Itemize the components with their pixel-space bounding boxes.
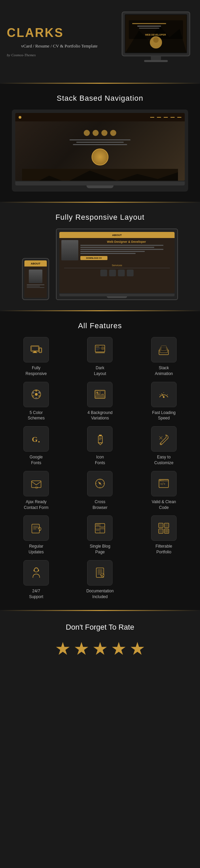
feature-stack-animation: StackAnimation — [135, 337, 193, 377]
star-5: ★ — [129, 638, 145, 659]
speed-icon — [157, 388, 171, 401]
nav-icon-4 — [171, 117, 175, 118]
feature-customize: Easy toCustomize — [135, 426, 193, 466]
google-fonts-icon: G — [29, 432, 43, 446]
portfolio-icon — [157, 521, 171, 535]
feature-label-dark: DarkLayout — [94, 365, 106, 377]
svg-rect-57 — [98, 436, 102, 443]
hero-subtitle: vCard / Resume / CV & Portfolio Template — [7, 43, 112, 50]
mail-icon — [29, 477, 43, 490]
feature-icon-box-portfolio — [151, 515, 177, 541]
blog-icon — [93, 521, 107, 535]
customize-icon — [157, 432, 171, 446]
svg-rect-9 — [139, 28, 159, 28]
hero-monitor: WEB DEVELOPER — [119, 10, 193, 73]
feature-label-iconfont: IconFonts — [95, 454, 105, 466]
svg-rect-17 — [34, 351, 36, 352]
laptop-line-5 — [80, 253, 136, 254]
svg-point-40 — [32, 392, 34, 394]
laptop-stand — [86, 185, 114, 188]
feature-label-ajax: Ajax ReadyContact Form — [24, 499, 48, 511]
social-gp — [110, 130, 116, 136]
stars-container: ★ ★ ★ ★ ★ — [7, 638, 193, 659]
laptop-dev-title: Web Designer & Developer — [80, 240, 173, 243]
nav-icon-5 — [177, 117, 181, 118]
feature-google-fonts: G GoogleFonts — [7, 426, 65, 466]
nav-icon-1 — [150, 117, 154, 118]
feature-label-stack: StackAnimation — [155, 365, 173, 377]
nav-screen-inner — [15, 113, 185, 181]
svg-rect-15 — [31, 346, 39, 351]
svg-rect-18 — [33, 352, 37, 353]
laptop-text-block: Web Designer & Developer DOWNLOAD CV — [80, 240, 173, 260]
compass-icon — [93, 477, 107, 490]
feature-icon-box-blog — [87, 515, 113, 541]
social-fb — [84, 130, 90, 136]
svg-text:G: G — [32, 435, 38, 443]
laptop-download-label: DOWNLOAD CV — [86, 257, 102, 259]
nav-section: Stack Based Navigation — [0, 84, 200, 202]
features-section-title: All Features — [7, 321, 193, 330]
svg-rect-90 — [96, 524, 99, 526]
responsive-section: Fully Responsive Layout ABOUT ABOUT — [0, 203, 200, 310]
laptop-line-3 — [80, 249, 163, 250]
service-icon-4 — [127, 270, 134, 276]
phone-portrait — [29, 270, 42, 283]
laptop-about-label: ABOUT — [112, 234, 122, 237]
feature-icon-fonts: IconFonts — [71, 426, 129, 466]
hero-author: by Cosmos-Themes — [7, 53, 112, 57]
feature-label-google: GoogleFonts — [29, 454, 43, 466]
nav-mountain-bg — [20, 169, 180, 181]
svg-rect-7 — [132, 23, 166, 24]
feature-icon-box-ajax — [23, 471, 49, 496]
background-icon — [93, 388, 107, 401]
feature-label-customize: Easy toCustomize — [154, 454, 174, 466]
feature-valid-code: </> Valid & CleanCode — [135, 471, 193, 511]
feature-label-docs: DocumentationIncluded — [86, 588, 114, 600]
nav-icon-2 — [157, 117, 161, 118]
laptop-device-screen: ABOUT Web Designer & Developer DOWNLOAD … — [59, 232, 175, 293]
rating-section: Don't Forget To Rate ★ ★ ★ ★ ★ — [0, 611, 200, 671]
devices-mockup: ABOUT ABOUT Web Designer & De — [5, 229, 195, 300]
feature-dark-layout: DarkLayout — [71, 337, 129, 377]
svg-marker-58 — [98, 443, 102, 445]
feature-icon-box-stack — [151, 337, 177, 362]
svg-point-79 — [163, 480, 163, 481]
star-1: ★ — [55, 638, 71, 659]
feature-portfolio: FilterablePortfolio — [135, 515, 193, 555]
feature-icon-box-bg — [87, 382, 113, 407]
svg-rect-100 — [165, 530, 168, 533]
feature-label-responsive: FullyResponsive — [25, 365, 47, 377]
palette-icon — [29, 388, 43, 401]
laptop-services-label: Services — [61, 264, 173, 267]
phone-screen: ABOUT — [24, 260, 47, 298]
service-icon-3 — [118, 270, 125, 276]
svg-line-50 — [160, 395, 161, 395]
feature-blog: Single BlogPage — [71, 515, 129, 555]
feature-icon-box-browser — [87, 471, 113, 496]
responsive-icon — [29, 343, 43, 357]
feature-icon-box-color — [23, 382, 49, 407]
laptop-device: ABOUT Web Designer & Developer DOWNLOAD … — [56, 229, 178, 300]
feature-label-color: 5 ColorSchemes — [28, 410, 45, 421]
nav-logo-dot — [19, 116, 21, 119]
svg-rect-103 — [38, 570, 39, 571]
svg-rect-32 — [161, 346, 166, 351]
feature-label-portfolio: FilterablePortfolio — [156, 544, 172, 555]
feature-icon-box-support — [23, 560, 49, 586]
features-section: All Features FullyResponsive — [0, 311, 200, 610]
feature-fast-loading: Fast LoadingSpeed — [135, 382, 193, 421]
screen-text — [20, 139, 180, 145]
svg-marker-42 — [95, 393, 105, 398]
svg-rect-102 — [34, 570, 35, 571]
svg-point-6 — [153, 37, 159, 43]
svg-point-39 — [32, 395, 34, 397]
svg-rect-20 — [39, 348, 41, 352]
nav-bar — [15, 113, 185, 121]
feature-icon-box-code: </> — [151, 471, 177, 496]
feature-label-code: Valid & CleanCode — [152, 499, 176, 511]
svg-point-21 — [40, 352, 41, 353]
svg-point-38 — [35, 397, 37, 399]
screen-social-icons — [20, 130, 180, 136]
feature-icon-box-speed — [151, 382, 177, 407]
